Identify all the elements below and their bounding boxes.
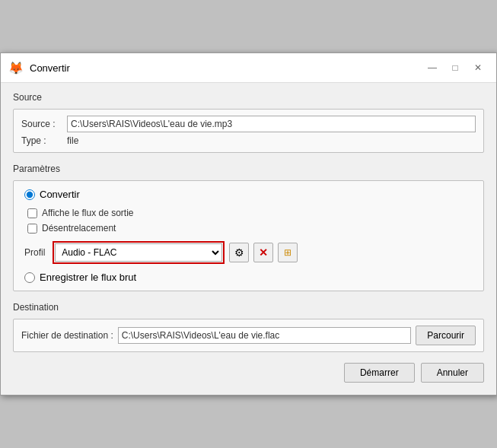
demarrer-button[interactable]: Démarrer: [344, 363, 415, 383]
destination-section-title: Destination: [13, 302, 484, 313]
delete-profile-button[interactable]: ✕: [253, 243, 273, 262]
source-section-title: Source: [13, 92, 484, 103]
window-title: Convertir: [30, 62, 70, 74]
params-box: Convertir Affiche le flux de sortie Dése…: [13, 180, 484, 291]
new-profile-button[interactable]: ⊞: [278, 243, 298, 262]
profil-label: Profil: [24, 247, 45, 258]
type-field-row: Type : file: [21, 135, 476, 146]
source-section: Source Source : Type : file: [13, 92, 484, 153]
delete-icon: ✕: [259, 246, 268, 259]
params-section: Paramètres Convertir Affiche le flux de …: [13, 164, 484, 291]
profil-row: Profil Audio - FLAC Audio - MP3 Audio - …: [24, 241, 473, 264]
maximize-button[interactable]: □: [444, 59, 466, 76]
grid-icon: ⊞: [284, 247, 292, 258]
browse-button[interactable]: Parcourir: [416, 326, 476, 345]
vlc-logo-icon: 🦊: [8, 61, 24, 75]
affiche-checkbox[interactable]: [27, 208, 37, 218]
enregistrer-label: Enregistrer le flux brut: [40, 272, 136, 283]
source-input[interactable]: [67, 116, 476, 132]
desentrelacement-checkbox-row: Désentrelacement: [27, 223, 473, 234]
destination-box: Fichier de destination : Parcourir: [13, 319, 484, 352]
convertir-radio[interactable]: [24, 189, 35, 200]
annuler-button[interactable]: Annuler: [421, 363, 484, 383]
enregistrer-radio[interactable]: [24, 272, 35, 283]
source-field-row: Source :: [21, 116, 476, 132]
enregistrer-radio-row: Enregistrer le flux brut: [24, 272, 473, 283]
source-box: Source : Type : file: [13, 109, 484, 153]
fichier-row: Fichier de destination : Parcourir: [21, 326, 476, 345]
profil-select[interactable]: Audio - FLAC Audio - MP3 Audio - CD Vide…: [55, 243, 222, 262]
bottom-buttons: Démarrer Annuler: [13, 363, 484, 383]
title-bar: 🦊 Convertir — □ ✕: [1, 53, 496, 83]
convertir-label: Convertir: [40, 189, 80, 200]
type-label: Type :: [21, 135, 67, 146]
affiche-checkbox-row: Affiche le flux de sortie: [27, 208, 473, 218]
title-bar-controls: — □ ✕: [422, 59, 489, 76]
gear-icon: ⚙: [234, 246, 244, 259]
desentrelacement-checkbox[interactable]: [27, 224, 37, 234]
gear-button[interactable]: ⚙: [229, 243, 249, 262]
destination-section: Destination Fichier de destination : Par…: [13, 302, 484, 352]
destination-input[interactable]: [118, 327, 412, 344]
title-bar-left: 🦊 Convertir: [8, 61, 70, 75]
window-body: Source Source : Type : file Paramètres C: [1, 83, 496, 395]
desentrelacement-label: Désentrelacement: [42, 223, 116, 234]
affiche-label: Affiche le flux de sortie: [42, 208, 134, 218]
type-value: file: [67, 135, 78, 146]
profil-select-wrapper: Audio - FLAC Audio - MP3 Audio - CD Vide…: [53, 241, 225, 264]
source-label: Source :: [21, 119, 67, 129]
fichier-label: Fichier de destination :: [21, 330, 113, 341]
convertir-radio-row: Convertir: [24, 189, 473, 200]
minimize-button[interactable]: —: [422, 59, 443, 76]
close-button[interactable]: ✕: [467, 59, 489, 76]
params-section-title: Paramètres: [13, 164, 484, 174]
main-window: 🦊 Convertir — □ ✕ Source Source : Type :…: [0, 52, 497, 396]
